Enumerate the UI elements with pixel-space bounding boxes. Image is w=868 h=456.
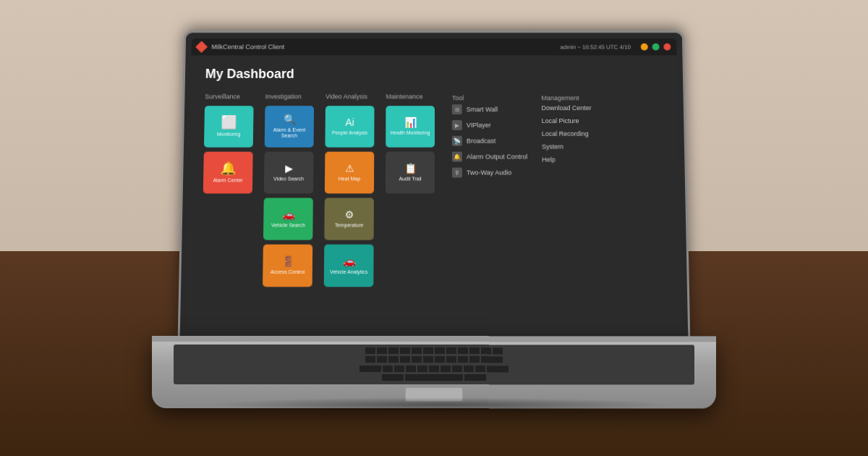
laptop-hinge	[152, 336, 716, 342]
maintenance-tiles: 📊 Health Monitoring 📋 Audit Trail	[386, 106, 435, 193]
key-row-4	[176, 374, 692, 381]
vehicle-analytics-tile[interactable]: 🚗 Vehicle Analytics	[324, 245, 374, 287]
temperature-icon: ⚙	[344, 209, 354, 219]
video-analysis-section: Video Analysis Ai People Analysis ⚠ Heat…	[324, 93, 375, 287]
alarm-event-label: Alarm & Event Search	[265, 127, 314, 139]
maximize-button[interactable]	[652, 43, 660, 51]
viplayer-icon: ▶	[452, 120, 462, 130]
close-button[interactable]	[663, 43, 671, 51]
minimize-button[interactable]	[641, 43, 648, 51]
user-info: admin ~ 16:52:45 UTC 4/10	[560, 43, 631, 50]
key	[435, 347, 445, 354]
key	[464, 366, 474, 372]
management-section: Management Download Center Local Picture	[541, 93, 607, 181]
key	[388, 357, 399, 363]
key	[469, 357, 480, 363]
people-analysis-tile[interactable]: Ai People Analysis	[325, 106, 374, 147]
key	[394, 366, 404, 372]
broadcast-item[interactable]: 📡 Broadcast	[452, 133, 527, 149]
video-analysis-label: Video Analysis	[326, 93, 375, 101]
key	[400, 347, 410, 354]
key-spacebar	[405, 374, 463, 381]
heat-map-label: Heat Map	[339, 176, 360, 182]
key	[475, 366, 485, 372]
screen-bezel: MilkCentral Control Client admin ~ 16:52…	[186, 38, 682, 333]
software-ui: MilkCentral Control Client admin ~ 16:52…	[186, 38, 682, 333]
access-control-icon: 🚪	[281, 256, 294, 266]
alarm-event-icon: 🔍	[284, 114, 296, 124]
video-search-label: Video Search	[273, 176, 304, 182]
download-center-item[interactable]: Download Center	[542, 101, 607, 114]
people-analysis-label: People Analysis	[332, 130, 367, 136]
heat-map-tile[interactable]: ⚠ Heat Map	[325, 152, 374, 194]
alarm-output-item[interactable]: 🔔 Alarm Output Control	[452, 149, 527, 165]
management-items: Download Center Local Picture Local Reco…	[542, 101, 608, 166]
alarm-center-icon: 🔔	[220, 161, 236, 174]
two-way-audio-item[interactable]: 🎙 Two-Way Audio	[452, 164, 528, 180]
temperature-tile[interactable]: ⚙ Temperature	[324, 198, 374, 240]
audit-trail-tile[interactable]: 📋 Audit Trail	[386, 152, 435, 194]
vehicle-search-label: Vehicle Search	[271, 222, 305, 228]
key	[388, 347, 399, 354]
vehicle-search-icon: 🚗	[282, 209, 294, 219]
key	[406, 366, 416, 372]
access-control-tile[interactable]: 🚪 Access Control	[263, 245, 312, 287]
key	[493, 347, 503, 354]
key	[481, 347, 491, 354]
title-bar: MilkCentral Control Client admin ~ 16:52…	[192, 38, 677, 55]
local-recording-item[interactable]: Local Recording	[542, 127, 607, 140]
monitoring-tile[interactable]: ⬜ Monitoring	[204, 106, 254, 147]
key	[469, 347, 480, 354]
key	[400, 357, 410, 363]
tool-section: Tool ⊞ Smart Wall ▶ VIPlayer	[452, 93, 528, 181]
key-row-2	[176, 357, 692, 364]
broadcast-label: Broadcast	[467, 138, 495, 145]
investigation-label: Investigation	[265, 93, 315, 101]
title-bar-controls: admin ~ 16:52:45 UTC 4/10	[560, 43, 671, 51]
viplayer-item[interactable]: ▶ VIPlayer	[452, 117, 527, 133]
alarm-event-search-tile[interactable]: 🔍 Alarm & Event Search	[265, 106, 314, 147]
app-logo: MilkCentral Control Client	[197, 43, 285, 51]
health-monitoring-icon: 📊	[404, 117, 417, 127]
monitoring-label: Monitoring	[217, 132, 241, 138]
management-label: Management	[541, 94, 579, 101]
health-monitoring-tile[interactable]: 📊 Health Monitoring	[386, 106, 435, 147]
alarm-output-icon: 🔔	[452, 152, 462, 162]
video-analysis-tiles: Ai People Analysis ⚠ Heat Map ⚙ Temperat…	[324, 106, 375, 287]
key	[365, 347, 375, 354]
help-item[interactable]: Help	[542, 153, 607, 166]
dashboard-title: My Dashboard	[205, 67, 663, 82]
key	[446, 347, 456, 354]
alarm-center-tile[interactable]: 🔔 Alarm Center	[203, 152, 253, 194]
system-item[interactable]: System	[542, 140, 607, 153]
surveillance-section: Surveillance ⬜ Monitoring 🔔 Alarm Center	[203, 93, 254, 194]
two-way-audio-icon: 🎙	[452, 167, 462, 177]
smart-wall-item[interactable]: ⊞ Smart Wall	[452, 101, 527, 117]
laptop-shadow	[210, 397, 673, 412]
heat-map-icon: ⚠	[345, 163, 354, 173]
categories-row: Surveillance ⬜ Monitoring 🔔 Alarm Center	[201, 93, 666, 287]
smart-wall-icon: ⊞	[452, 104, 462, 114]
key	[458, 357, 468, 363]
key	[423, 357, 433, 363]
vehicle-analytics-icon: 🚗	[343, 256, 355, 266]
local-recording-label: Local Recording	[542, 130, 589, 138]
logo-icon	[195, 41, 208, 53]
access-control-label: Access Control	[271, 269, 305, 275]
key	[435, 357, 445, 363]
video-search-tile[interactable]: ▶ Video Search	[264, 152, 314, 194]
local-picture-item[interactable]: Local Picture	[542, 114, 607, 127]
viplayer-label: VIPlayer	[467, 122, 491, 129]
alarm-output-label: Alarm Output Control	[467, 153, 527, 161]
maintenance-label: Maintenance	[386, 93, 435, 101]
key	[383, 366, 393, 372]
key	[429, 366, 439, 372]
people-analysis-icon: Ai	[345, 117, 354, 127]
tool-items: ⊞ Smart Wall ▶ VIPlayer 📡	[452, 101, 528, 180]
vehicle-search-tile[interactable]: 🚗 Vehicle Search	[263, 198, 313, 240]
key-shift-right	[464, 374, 486, 381]
key	[423, 347, 433, 354]
local-picture-label: Local Picture	[542, 117, 579, 124]
surveillance-label: Surveillance	[205, 93, 254, 101]
maintenance-section: Maintenance 📊 Health Monitoring 📋 Audit …	[386, 93, 435, 194]
